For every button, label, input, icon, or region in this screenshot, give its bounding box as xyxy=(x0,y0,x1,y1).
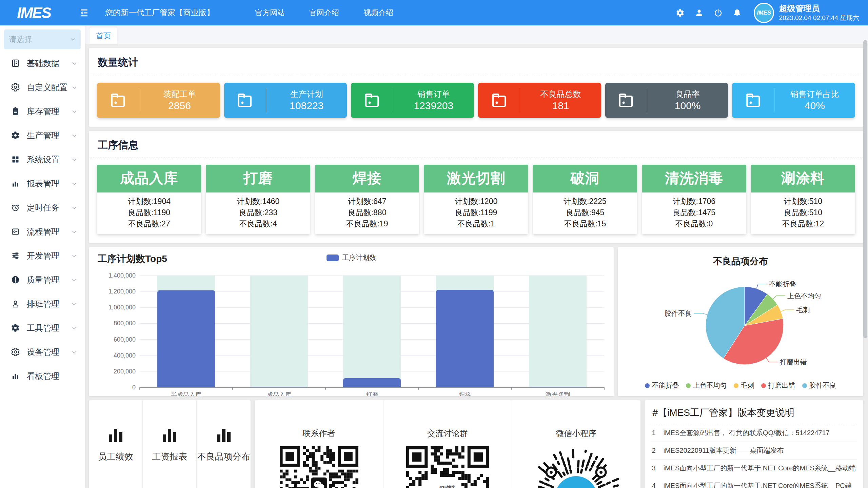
changelog-item-1[interactable]: 2iMES20220911版本更新——桌面端发布 xyxy=(651,442,857,460)
svg-text:焊接: 焊接 xyxy=(459,391,471,396)
legend-label: 上色不均匀 xyxy=(693,381,727,390)
legend-label: 不能折叠 xyxy=(652,381,679,390)
nav-site-intro[interactable]: 官网介绍 xyxy=(309,8,339,18)
changelog-item-3[interactable]: 4iMES面向小型工厂的新一代基于.NET Core的MES系统__PC端 xyxy=(651,477,857,488)
clock-icon xyxy=(11,203,20,212)
process-good: 良品数:233 xyxy=(206,207,310,218)
gear-icon xyxy=(11,323,20,332)
sidebar-item-label: 排班管理 xyxy=(27,299,71,309)
collapse-menu-icon[interactable] xyxy=(77,6,91,20)
sidebar-item-0[interactable]: 基础数据 xyxy=(0,51,85,75)
qr-miniapp-section: 微信小程序 IMESS xyxy=(512,400,640,488)
charts-row: 工序计划数Top5 工序计划数 0200,000400,000600,00080… xyxy=(89,247,863,396)
pie-legend-item-2[interactable]: 毛刺 xyxy=(734,381,754,390)
stat-card-2[interactable]: 销售订单1239203 xyxy=(351,83,474,118)
settings-icon[interactable] xyxy=(676,8,685,17)
sidebar-item-11[interactable]: 工具管理 xyxy=(0,316,85,340)
report-tile-label: 不良品项分布 xyxy=(197,451,250,463)
legend-label: 工序计划数 xyxy=(342,253,376,262)
scrollbar-track[interactable] xyxy=(863,40,867,487)
stat-label: 不良品总数 xyxy=(520,89,601,100)
grid-icon xyxy=(11,155,20,164)
process-good: 良品数:1475 xyxy=(642,207,746,218)
changelog-number: 4 xyxy=(652,482,664,488)
changelog-panel: #【iMES工厂管家】版本变更说明 1iMES全套源码出售， 有意的联系QQ/微… xyxy=(645,400,863,488)
report-tile-label: 工资报表 xyxy=(152,451,187,463)
avatar[interactable]: IMES xyxy=(754,3,774,23)
svg-text:打磨出错: 打磨出错 xyxy=(780,358,807,366)
chevron-down-icon xyxy=(71,181,77,187)
scrollbar-thumb[interactable] xyxy=(863,40,867,338)
pie-chart-title: 不良品项分布 xyxy=(618,247,863,267)
process-name: 清洗消毒 xyxy=(642,165,746,192)
sidebar-item-4[interactable]: 系统设置 xyxy=(0,147,85,171)
bar-chart-legend[interactable]: 工序计划数 xyxy=(327,253,376,262)
stat-label: 销售订单 xyxy=(393,89,474,100)
sidebar-item-label: 流程管理 xyxy=(27,226,71,237)
pie-legend-item-1[interactable]: 上色不均匀 xyxy=(686,381,727,390)
sidebar-item-10[interactable]: 排班管理 xyxy=(0,292,85,316)
changelog-item-2[interactable]: 3iMES面向小型工厂的新一代基于.NET Core的MES系统__移动端 xyxy=(651,460,857,477)
tab-bar: 首页 xyxy=(85,25,868,44)
sidebar-item-7[interactable]: 流程管理 xyxy=(0,220,85,244)
sidebar-select[interactable]: 请选择 xyxy=(4,29,81,49)
sliders-icon xyxy=(11,251,20,260)
flow-icon xyxy=(11,227,20,236)
stat-card-5[interactable]: 销售订单占比40% xyxy=(732,83,855,118)
legend-swatch xyxy=(327,255,339,261)
process-good: 良品数:1190 xyxy=(97,207,201,218)
report-tile-2[interactable]: 不良品项分布 xyxy=(197,400,251,488)
sidebar-item-5[interactable]: 报表管理 xyxy=(0,171,85,196)
pie-legend-item-0[interactable]: 不能折叠 xyxy=(645,381,679,390)
process-card-2: 焊接计划数:647良品数:880不良品数:19 xyxy=(315,165,419,234)
sidebar-item-label: 设备管理 xyxy=(27,347,71,358)
sidebar-item-label: 库存管理 xyxy=(27,106,71,117)
user-icon[interactable] xyxy=(695,8,704,17)
process-plan: 计划数:2225 xyxy=(533,196,637,207)
bar-chart-icon xyxy=(109,428,122,442)
stat-card-4[interactable]: 良品率100% xyxy=(605,83,728,118)
sidebar-item-label: 质量管理 xyxy=(27,274,71,285)
bar-chart: 0200,000400,000600,000800,0001,000,0001,… xyxy=(89,265,614,396)
chevron-down-icon xyxy=(71,349,77,355)
report-tile-0[interactable]: 员工绩效 xyxy=(89,400,143,488)
sidebar-item-9[interactable]: 质量管理 xyxy=(0,268,85,292)
chevron-down-icon xyxy=(71,133,77,139)
chevron-down-icon xyxy=(71,253,77,259)
svg-text:半成品入库: 半成品入库 xyxy=(171,391,201,396)
pie-chart: 不能折叠上色不均匀毛刺打磨出错胶件不良 xyxy=(618,267,863,376)
stat-card-1[interactable]: 生产计划108223 xyxy=(224,83,347,118)
nav-video-intro[interactable]: 视频介绍 xyxy=(363,8,393,18)
pie-legend-item-3[interactable]: 打磨出错 xyxy=(761,381,795,390)
folder-icon xyxy=(478,91,520,110)
svg-text:毛刺: 毛刺 xyxy=(796,306,810,313)
process-card-0: 成品入库计划数:1904良品数:1190不良品数:27 xyxy=(97,165,201,234)
sidebar-item-2[interactable]: 库存管理 xyxy=(0,99,85,123)
sidebar-item-1[interactable]: 自定义配置 xyxy=(0,75,85,99)
nav-official-site[interactable]: 官方网站 xyxy=(255,8,285,18)
user-info: 超级管理员 2023.02.04 02:07:44 星期六 xyxy=(779,3,859,22)
stat-card-3[interactable]: 不良品总数181 xyxy=(478,83,601,118)
sidebar-item-label: 基础数据 xyxy=(27,58,71,69)
sidebar-item-8[interactable]: 开发管理 xyxy=(0,244,85,268)
process-panel: 工序信息 成品入库计划数:1904良品数:1190不良品数:27打磨计划数:14… xyxy=(89,131,863,243)
sidebar-item-12[interactable]: 设备管理 xyxy=(0,340,85,364)
sidebar-item-6[interactable]: 定时任务 xyxy=(0,196,85,220)
process-good: 良品数:1199 xyxy=(424,207,528,218)
power-icon[interactable] xyxy=(714,8,723,17)
stat-card-0[interactable]: 装配工单2856 xyxy=(97,83,220,118)
sidebar-item-3[interactable]: 生产管理 xyxy=(0,123,85,147)
sidebar-item-label: 自定义配置 xyxy=(27,82,71,93)
pie-legend-item-4[interactable]: 胶件不良 xyxy=(802,381,836,390)
pie-chart-legend[interactable]: 不能折叠上色不均匀毛刺打磨出错胶件不良 xyxy=(618,381,863,390)
chevron-down-icon xyxy=(71,229,77,235)
sidebar-item-13[interactable]: 看板管理 xyxy=(0,364,85,388)
stat-label: 生产计划 xyxy=(266,89,347,100)
report-tile-1[interactable]: 工资报表 xyxy=(143,400,197,488)
process-plan: 计划数:1460 xyxy=(206,196,310,207)
legend-dot xyxy=(645,383,650,388)
tab-home[interactable]: 首页 xyxy=(90,27,117,44)
bell-icon[interactable] xyxy=(733,8,742,17)
process-name: 破洞 xyxy=(533,165,637,192)
changelog-item-0[interactable]: 1iMES全套源码出售， 有意的联系QQ/微信：514224717 xyxy=(651,424,857,442)
